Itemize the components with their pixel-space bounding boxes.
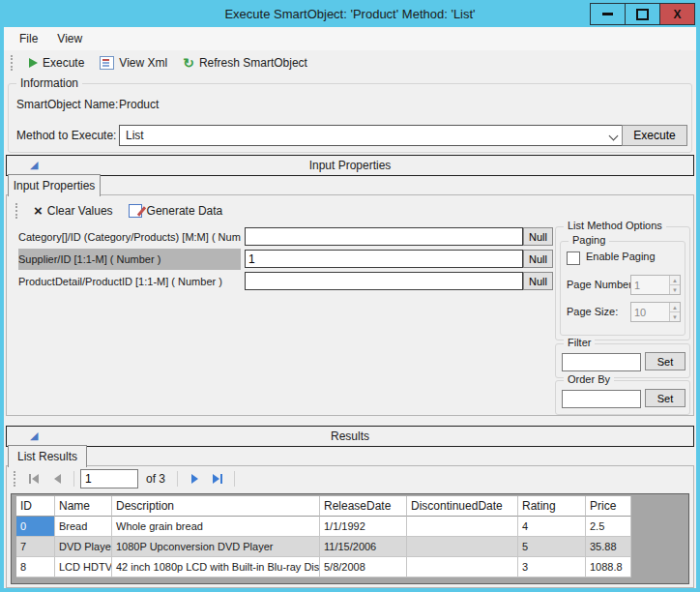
current-position-input[interactable] (80, 469, 138, 488)
page-size-spinner[interactable]: ▲▼ (630, 302, 681, 322)
grid-column-header[interactable]: Description (112, 496, 320, 517)
clear-values-label: Clear Values (47, 204, 113, 218)
last-bar-icon (220, 474, 222, 484)
titlebar[interactable]: Execute SmartObject: 'Product' Method: '… (0, 0, 700, 27)
grid-cell[interactable]: Bread (55, 517, 112, 537)
order-by-set-button[interactable]: Set (645, 389, 685, 407)
spinner-up-icon[interactable]: ▲ (670, 276, 680, 285)
results-header[interactable]: ◢ Results (6, 426, 694, 447)
toolbar-grip[interactable] (11, 55, 15, 71)
grid-cell[interactable]: 42 inch 1080p LCD with Built-in Blu-ray … (112, 557, 320, 577)
grid-cell[interactable]: Whole grain bread (112, 517, 320, 537)
grid-cell[interactable] (407, 517, 518, 537)
spinner-buttons[interactable]: ▲▼ (669, 303, 680, 321)
grid-cell[interactable] (407, 557, 518, 577)
spinner-down-icon[interactable]: ▼ (670, 285, 680, 294)
toolbar-grip[interactable] (14, 471, 18, 487)
main-toolbar: Execute View Xml ↻ Refresh SmartObject (4, 50, 696, 75)
grid-cell[interactable]: 11/15/2006 (320, 537, 407, 557)
generate-data-button[interactable]: Generate Data (124, 201, 228, 221)
results-grid[interactable]: IDNameDescriptionReleaseDateDiscontinued… (11, 493, 689, 584)
grid-cell[interactable]: 1088.8 (586, 557, 631, 577)
grid-cell[interactable]: 0 (16, 517, 55, 537)
grid-column-header[interactable]: Price (586, 496, 631, 517)
grid-cell[interactable]: 5/8/2008 (320, 557, 407, 577)
move-last-button[interactable] (207, 469, 228, 488)
record-navigator: of 3 (7, 468, 693, 489)
arrow-left-icon (54, 474, 61, 484)
grid-column-header[interactable]: Rating (518, 496, 586, 517)
grid-cell[interactable]: LCD HDTV (55, 557, 112, 577)
null-button[interactable]: Null (523, 250, 553, 268)
view-xml-button[interactable]: View Xml (95, 53, 172, 73)
window: Execute SmartObject: 'Product' Method: '… (0, 0, 700, 592)
maximize-button[interactable] (625, 3, 660, 25)
page-number-spinner[interactable]: ▲▼ (630, 275, 681, 295)
spinner-down-icon[interactable]: ▼ (670, 312, 680, 321)
refresh-smartobject-button[interactable]: ↻ Refresh SmartObject (178, 53, 312, 73)
null-button[interactable]: Null (523, 227, 553, 246)
clear-values-button[interactable]: × Clear Values (29, 201, 118, 221)
order-by-input[interactable] (562, 390, 641, 408)
grid-cell[interactable]: 1080P Upconversion DVD Player (112, 537, 320, 557)
grid-cell[interactable]: 4 (518, 517, 586, 537)
collapse-icon[interactable]: ◢ (30, 160, 38, 170)
property-value-input[interactable] (245, 227, 523, 246)
grid-column-header[interactable]: ReleaseDate (320, 496, 407, 517)
grid-row[interactable]: 8LCD HDTV42 inch 1080p LCD with Built-in… (16, 557, 688, 577)
grid-cell[interactable]: 7 (16, 537, 55, 557)
grid-cell[interactable]: 3 (518, 557, 586, 577)
xml-document-icon (100, 56, 114, 70)
tab-input-properties[interactable]: Input Properties (8, 174, 101, 196)
collapse-icon[interactable]: ◢ (30, 430, 38, 441)
information-group-label: Information (16, 76, 82, 90)
page-size-input[interactable] (631, 303, 669, 321)
filter-input[interactable] (562, 353, 641, 371)
grid-row[interactable]: 0BreadWhole grain bread1/1/199242.5 (16, 517, 688, 537)
input-property-row: Supplier/ID [1:1-M] ( Number )Null (13, 249, 554, 271)
toolbar-separator (234, 471, 235, 487)
smartobject-name-label: SmartObject Name: (16, 98, 118, 111)
tab-list-results[interactable]: List Results (8, 445, 87, 467)
spinner-buttons[interactable]: ▲▼ (669, 276, 680, 294)
play-icon (29, 58, 38, 68)
arrow-right-icon (213, 474, 219, 484)
smartobject-name-value: Product (119, 98, 159, 111)
toolbar-grip[interactable] (15, 203, 20, 219)
grid-cell[interactable]: DVD Player (55, 537, 112, 557)
move-previous-button[interactable] (46, 469, 68, 488)
close-button[interactable]: X (659, 3, 695, 25)
grid-cell[interactable]: 35.88 (586, 537, 631, 557)
grid-cell[interactable]: 5 (518, 537, 586, 557)
grid-column-header[interactable]: Name (55, 496, 112, 517)
property-value-input[interactable] (245, 272, 523, 290)
grid-cell[interactable]: 1/1/1992 (320, 517, 407, 537)
enable-paging-checkbox[interactable] (567, 252, 580, 265)
grid-row[interactable]: 7DVD Player1080P Upconversion DVD Player… (16, 537, 688, 557)
order-by-group-label: Order By (564, 373, 614, 385)
filter-set-button[interactable]: Set (645, 352, 685, 370)
window-title: Execute SmartObject: 'Product' Method: '… (224, 7, 475, 21)
arrow-left-icon (32, 474, 39, 484)
spinner-up-icon[interactable]: ▲ (670, 303, 680, 312)
property-value-input[interactable] (245, 250, 523, 268)
input-properties-header[interactable]: ◢ Input Properties (6, 155, 694, 176)
grid-cell[interactable] (407, 537, 518, 557)
null-button[interactable]: Null (523, 272, 553, 290)
method-combobox[interactable]: List (119, 125, 626, 146)
execute-button[interactable]: Execute (622, 125, 687, 146)
move-first-button[interactable] (23, 469, 44, 488)
menu-item-file[interactable]: File (10, 29, 47, 48)
menu-item-view[interactable]: View (47, 29, 92, 48)
grid-cell[interactable]: 2.5 (586, 517, 631, 537)
move-next-button[interactable] (184, 469, 205, 488)
minimize-button[interactable] (590, 3, 626, 25)
method-to-execute-label: Method to Execute: (16, 129, 116, 142)
grid-header-row: IDNameDescriptionReleaseDateDiscontinued… (16, 496, 688, 517)
grid-column-header[interactable]: ID (16, 496, 55, 517)
execute-toolbar-button[interactable]: Execute (24, 53, 89, 73)
page-number-input[interactable] (631, 276, 669, 294)
clear-x-icon: × (34, 205, 43, 217)
grid-column-header[interactable]: DiscontinuedDate (407, 496, 518, 517)
grid-cell[interactable]: 8 (16, 557, 55, 577)
